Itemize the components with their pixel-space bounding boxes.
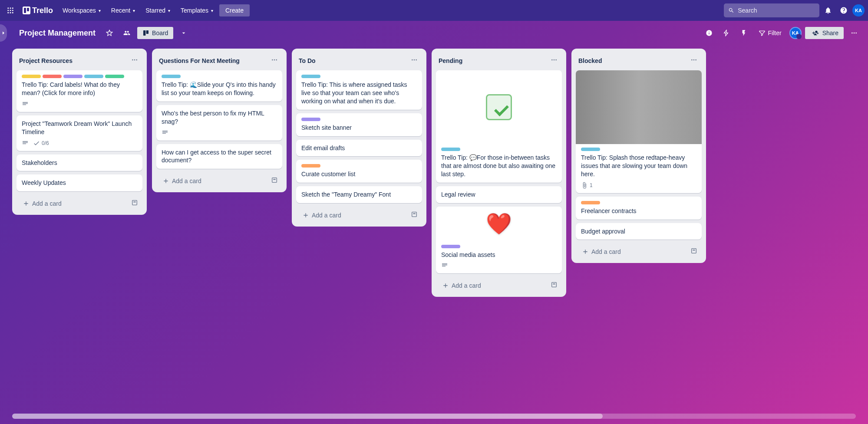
add-card-button[interactable]: Add a card <box>578 246 689 258</box>
svg-rect-23 <box>272 178 277 183</box>
board-menu-icon[interactable] <box>847 26 861 40</box>
board-canvas[interactable]: Project Resources Trello Tip: Card label… <box>0 45 868 424</box>
svg-point-21 <box>274 59 275 61</box>
search-input[interactable] <box>738 7 815 14</box>
nav-recent[interactable]: Recent▾ <box>107 4 139 16</box>
card-text: Edit email drafts <box>301 144 417 152</box>
card[interactable]: Trello Tip: This is where assigned tasks… <box>296 70 422 110</box>
board-view-button[interactable]: Board <box>137 27 173 39</box>
card-template-icon[interactable] <box>549 279 559 292</box>
list-menu-icon[interactable] <box>689 55 699 67</box>
card-template-icon[interactable] <box>409 209 419 221</box>
card[interactable]: Trello Tip: 💬For those in-between tasks … <box>436 70 562 183</box>
label-sky[interactable] <box>84 75 103 78</box>
label-red[interactable] <box>43 75 62 78</box>
card[interactable]: Legal review <box>436 186 562 203</box>
label-purple[interactable] <box>63 75 83 78</box>
card[interactable]: Sketch site banner <box>296 113 422 136</box>
board-member-avatar[interactable]: KA <box>789 27 802 39</box>
card[interactable]: Trello Tip: Splash those redtape-heavy i… <box>576 70 702 193</box>
list-title[interactable]: Questions For Next Meeting <box>159 57 240 64</box>
add-card-button[interactable]: Add a card <box>159 175 269 187</box>
list-menu-icon[interactable] <box>269 55 280 67</box>
user-avatar[interactable]: KA <box>852 4 865 16</box>
sidebar-expand-button[interactable] <box>0 24 7 42</box>
card[interactable]: Trello Tip: 🌊Slide your Q's into this ha… <box>156 70 282 102</box>
svg-point-31 <box>554 59 555 61</box>
list-title[interactable]: Project Resources <box>19 57 73 64</box>
search-box[interactable] <box>724 3 819 17</box>
card[interactable]: Who's the best person to fix my HTML sna… <box>156 105 282 141</box>
label-purple[interactable] <box>441 245 460 248</box>
board-title[interactable]: Project Management <box>16 29 99 38</box>
svg-rect-33 <box>552 283 557 287</box>
list-title[interactable]: Pending <box>439 57 462 64</box>
card-cover: ❤️ <box>436 207 562 241</box>
svg-rect-10 <box>146 30 149 34</box>
list-menu-icon[interactable] <box>409 55 419 67</box>
card[interactable]: ❤️Social media assets <box>436 207 562 274</box>
card-template-icon[interactable] <box>269 175 280 187</box>
list-menu-icon[interactable] <box>129 55 140 67</box>
share-button[interactable]: Share <box>805 27 844 39</box>
apps-icon[interactable] <box>3 3 17 17</box>
card-text: Stakeholders <box>22 159 137 167</box>
label-orange[interactable] <box>301 164 320 168</box>
label-sky[interactable] <box>441 148 460 151</box>
nav-templates[interactable]: Templates▾ <box>176 4 218 16</box>
card[interactable]: Budget approval <box>576 223 702 240</box>
list-title[interactable]: To Do <box>299 57 316 64</box>
notifications-icon[interactable] <box>821 3 835 17</box>
card-text: Who's the best person to fix my HTML sna… <box>162 109 277 126</box>
add-card-button[interactable]: Add a card <box>439 279 549 292</box>
create-button[interactable]: Create <box>219 4 250 16</box>
nav-starred[interactable]: Starred▾ <box>141 4 175 16</box>
card[interactable]: Edit email drafts <box>296 140 422 157</box>
svg-point-4 <box>10 10 11 11</box>
card[interactable]: Stakeholders <box>17 154 142 171</box>
svg-point-8 <box>12 12 13 13</box>
power-ups-icon[interactable] <box>719 26 733 40</box>
visibility-icon[interactable] <box>120 26 134 40</box>
card[interactable]: Curate customer list <box>296 160 422 183</box>
card-template-icon[interactable] <box>129 197 140 210</box>
filter-button[interactable]: Filter <box>754 27 786 39</box>
description-icon <box>22 101 29 108</box>
card[interactable]: Sketch the "Teamy Dreamy" Font <box>296 186 422 203</box>
star-icon[interactable] <box>102 26 116 40</box>
automation-icon[interactable] <box>737 26 751 40</box>
svg-point-5 <box>12 10 13 11</box>
card[interactable]: Trello Tip: Card labels! What do they me… <box>17 70 142 112</box>
list-title[interactable]: Blocked <box>578 57 602 64</box>
label-green[interactable] <box>105 75 124 78</box>
add-card-button[interactable]: Add a card <box>299 209 409 221</box>
trello-logo[interactable]: Trello <box>19 6 56 15</box>
label-sky[interactable] <box>581 148 600 151</box>
card-labels <box>581 201 696 204</box>
label-orange[interactable] <box>581 201 600 204</box>
svg-point-13 <box>854 33 855 34</box>
nav-workspaces[interactable]: Workspaces▾ <box>58 4 105 16</box>
svg-rect-9 <box>143 30 145 36</box>
card-text: Curate customer list <box>301 170 417 178</box>
label-purple[interactable] <box>301 118 320 121</box>
scrollbar-thumb[interactable] <box>12 414 603 419</box>
list-menu-icon[interactable] <box>549 55 559 67</box>
svg-rect-24 <box>273 179 275 180</box>
label-sky[interactable] <box>162 75 181 78</box>
help-icon[interactable] <box>837 3 851 17</box>
label-yellow[interactable] <box>22 75 41 78</box>
add-card-button[interactable]: Add a card <box>19 197 129 210</box>
card[interactable]: Weekly Updates <box>17 174 142 191</box>
info-icon[interactable] <box>702 26 716 40</box>
horizontal-scrollbar[interactable] <box>12 414 856 419</box>
label-sky[interactable] <box>301 75 320 78</box>
trello-logo-icon <box>23 7 30 14</box>
card-text: Sketch the "Teamy Dreamy" Font <box>301 191 417 199</box>
customize-views-button[interactable] <box>177 26 191 40</box>
card[interactable]: How can I get access to the super secret… <box>156 144 282 169</box>
card-template-icon[interactable] <box>689 246 699 258</box>
card[interactable]: Freelancer contracts <box>576 197 702 220</box>
card-labels <box>301 164 417 168</box>
card[interactable]: Project "Teamwork Dream Work" Launch Tim… <box>17 115 142 151</box>
